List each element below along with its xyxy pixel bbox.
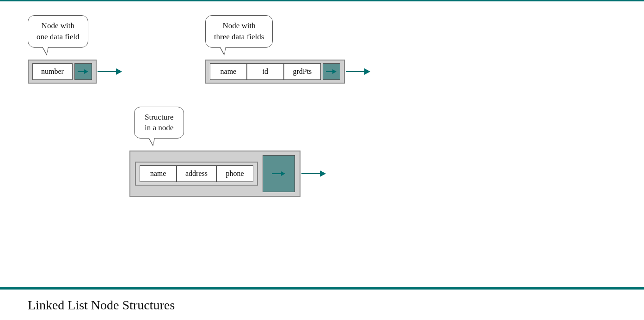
node-struct-inner-head — [281, 171, 285, 176]
node1-row: number — [28, 60, 122, 84]
node-struct-row: name address phone — [129, 151, 326, 197]
node1-inner-arrow — [78, 69, 88, 74]
diagrams-area: Node with one data field number — [28, 15, 616, 197]
node-struct-pointer — [263, 155, 295, 192]
node1-arrow-line — [98, 71, 116, 72]
node1-box: number — [28, 60, 97, 84]
footer-title: Linked List Node Structures — [28, 298, 175, 312]
node1-field-number: number — [32, 63, 73, 80]
node-struct-diagram: Structure in a node name address phone — [129, 107, 326, 197]
node-struct-inner-line — [272, 173, 281, 174]
node3-arrow-line — [346, 71, 364, 72]
node-struct-callout-text: Structure in a node — [145, 113, 173, 133]
node3-field-id: id — [247, 63, 284, 80]
node3-callout-text: Node with three data fields — [214, 21, 264, 41]
top-row: Node with one data field number — [28, 15, 370, 88]
node3-field-grdpts: grdPts — [284, 63, 321, 80]
main-content: Node with one data field number — [0, 0, 644, 288]
node3-pointer — [323, 63, 340, 80]
node3-row: name id grdPts — [205, 60, 370, 84]
node3-callout: Node with three data fields — [205, 15, 273, 48]
node1-inner-head — [84, 69, 88, 74]
node-struct-field-phone: phone — [216, 165, 253, 182]
node-struct-callout: Structure in a node — [134, 107, 184, 139]
node1-diagram: Node with one data field number — [28, 15, 122, 84]
node3-inner-line — [326, 71, 332, 72]
node-struct-outer-box: name address phone — [129, 151, 301, 197]
node3-inner-head — [332, 69, 337, 74]
node-struct-inner-arrow — [272, 171, 285, 176]
node3-arrow-out — [346, 68, 370, 75]
footer: Linked List Node Structures — [0, 288, 644, 320]
node3-diagram: Node with three data fields name id grdP… — [205, 15, 370, 84]
node-struct-inner-group: name address phone — [135, 162, 258, 186]
node3-inner-arrow — [326, 69, 337, 74]
node1-arrow-head — [116, 68, 122, 75]
node-struct-arrow-out — [301, 170, 326, 177]
node1-pointer — [74, 63, 92, 80]
node-struct-field-name: name — [140, 165, 177, 182]
node1-callout-text: Node with one data field — [37, 21, 80, 41]
node-struct-arrow-line — [301, 173, 320, 174]
node1-inner-line — [78, 71, 84, 72]
node3-box: name id grdPts — [205, 60, 345, 84]
node3-field-name: name — [210, 63, 247, 80]
node-struct-field-address: address — [177, 165, 216, 182]
node1-callout: Node with one data field — [28, 15, 88, 48]
node-struct-arrow-head — [320, 170, 326, 177]
node1-arrow-out — [98, 68, 122, 75]
node3-arrow-head — [364, 68, 370, 75]
